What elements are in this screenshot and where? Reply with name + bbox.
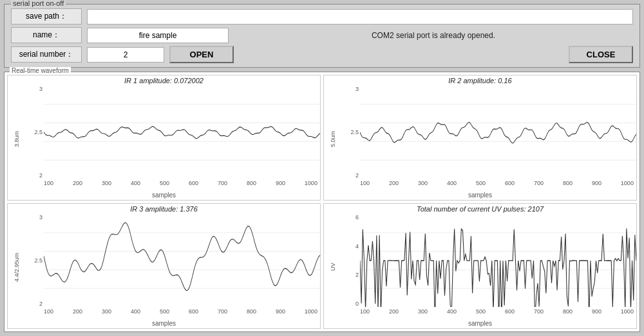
name-row: name： COM2 serial port is already opened… [11,27,633,43]
name-input[interactable] [87,28,229,43]
chart-svg-ir2 [360,86,636,179]
charts-panel-title: Real-time waveform [10,67,71,74]
charts-grid: IR 1 amplitude: 0.0720023.8um32.52100200… [7,75,637,329]
chart-title-ir2: IR 2 amplitude: 0.16 [324,75,636,86]
chart-svg-ir3 [44,214,320,307]
main-container: serial port on-off save path： name： COM2… [0,0,644,336]
chart-area-uv: 64201002003004005006007008009001000 [342,214,636,320]
chart-uv: Total number of current UV pulses: 2107U… [323,203,637,329]
chart-title-ir1: IR 1 amplitude: 0.072002 [8,75,320,86]
open-button[interactable]: OPEN [169,46,234,63]
panel-title: serial port on-off [11,0,66,7]
chart-body-ir3: 4.4/2.95um32.521002003004005006007008009… [8,214,320,320]
y-axis-ir2: 32.52 [342,86,360,179]
y-label-ir2: 5.0um [324,86,342,192]
y-axis-uv: 6420 [342,214,360,307]
save-path-row: save path： [11,8,633,25]
chart-area-ir1: 32.521002003004005006007008009001000 [26,86,320,192]
chart-area-ir3: 32.521002003004005006007008009001000 [26,214,320,320]
y-label-ir1: 3.8um [8,86,26,192]
serial-label: serial number： [11,46,82,63]
charts-panel: Real-time waveform IR 1 amplitude: 0.072… [4,72,640,332]
chart-body-ir1: 3.8um32.52100200300400500600700800900100… [8,86,320,192]
y-label-uv: UV [324,214,342,320]
serial-input[interactable] [87,47,164,63]
close-button[interactable]: CLOSE [569,46,633,63]
x-label-ir3: samples [8,320,320,328]
x-axis-uv: 1002003004005006007008009001000 [360,307,636,320]
y-label-ir3: 4.4/2.95um [8,214,26,320]
x-axis-ir2: 1002003004005006007008009001000 [360,179,636,192]
y-axis-ir3: 32.52 [26,214,44,307]
save-path-input[interactable] [87,9,633,25]
x-axis-ir3: 1002003004005006007008009001000 [44,307,320,320]
serial-row: serial number： OPEN CLOSE [11,46,633,63]
chart-svg-ir1 [44,86,320,179]
save-path-label: save path： [11,8,82,25]
chart-title-uv: Total number of current UV pulses: 2107 [324,204,636,214]
x-axis-ir1: 1002003004005006007008009001000 [44,179,320,192]
chart-ir1: IR 1 amplitude: 0.0720023.8um32.52100200… [7,75,321,201]
chart-ir2: IR 2 amplitude: 0.165.0um32.521002003004… [323,75,637,201]
chart-body-uv: UV64201002003004005006007008009001000 [324,214,636,320]
chart-ir3: IR 3 amplitude: 1.3764.4/2.95um32.521002… [7,203,321,329]
x-label-uv: samples [324,320,636,328]
chart-area-ir2: 32.521002003004005006007008009001000 [342,86,636,192]
name-label: name： [11,27,82,43]
chart-body-ir2: 5.0um32.52100200300400500600700800900100… [324,86,636,192]
chart-title-ir3: IR 3 amplitude: 1.376 [8,204,320,214]
x-label-ir1: samples [8,192,320,200]
x-label-ir2: samples [324,192,636,200]
status-text: COM2 serial port is already opened. [372,31,495,40]
y-axis-ir1: 32.52 [26,86,44,179]
top-panel: serial port on-off save path： name： COM2… [4,4,640,68]
chart-svg-uv [360,214,636,307]
